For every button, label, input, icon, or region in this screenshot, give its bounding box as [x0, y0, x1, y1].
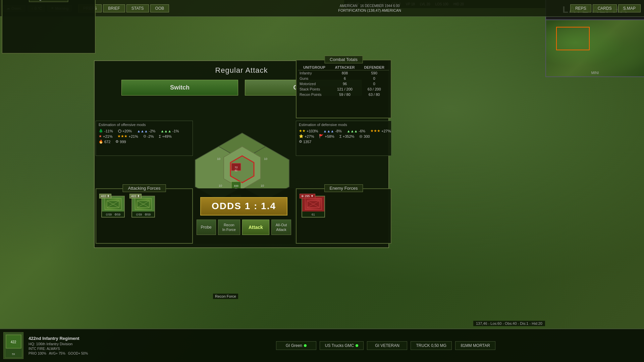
- probe-button[interactable]: Probe: [197, 220, 216, 235]
- row-guns-attacker: 6: [330, 76, 360, 81]
- triangle-icon2: ▲▲▲: [160, 129, 171, 133]
- stars2-icon: ★★: [299, 129, 306, 133]
- col-unitgroup: UNITGROUP: [298, 65, 330, 70]
- allout-attack-button[interactable]: All-Out Attack: [271, 220, 291, 235]
- sum-modifier: Σ +49%: [159, 134, 171, 138]
- star3-def-modifier: ★★★ +27%: [370, 129, 391, 133]
- row-guns-defender: 0: [359, 76, 389, 81]
- smap-button[interactable]: S.MAP: [618, 4, 641, 12]
- boot-value: ⚙ 999: [115, 139, 126, 144]
- gi-green-dot: [304, 344, 307, 347]
- svg-text:72: 72: [235, 166, 238, 169]
- eligible-forces-header: Eligible Forces: [29, 0, 68, 2]
- mortar-value: 81MM MORTAR: [461, 343, 490, 348]
- table-row: Infantry 808 590: [298, 70, 389, 76]
- attacking-units-container: 422 ⬆ ⊙59 ⚙59 422 ⬆: [96, 189, 192, 224]
- tri-def-icon2: ▲▲▲: [347, 129, 358, 133]
- row-recon-defender: 63 / 80: [359, 92, 389, 97]
- row-stack-attacker: 121 / 200: [330, 86, 360, 92]
- attacking-forces-panel: Attacking Forces 422 ⬆ ⊙59 ⚙59 422: [96, 188, 193, 244]
- row-infantry-defender: 590: [359, 70, 389, 76]
- tree-modifier: 🌲 -11%: [99, 129, 113, 133]
- oob-button[interactable]: OOB: [150, 4, 169, 12]
- unit1-portrait: [105, 198, 121, 210]
- tri-def-modifier2: ▲▲▲ -6%: [347, 129, 365, 133]
- circle2-icon: ◎: [359, 134, 363, 138]
- boot2-icon: ⚙: [299, 139, 302, 144]
- svg-text:10: 10: [261, 184, 264, 187]
- recon-in-force-button[interactable]: Recon In Force: [218, 220, 240, 235]
- enemy-unit1-badge: ⊕ 295 ▼: [300, 194, 315, 198]
- odds-panel: ODDS 1 : 1.4 Probe Recon In Force Attack…: [194, 188, 294, 244]
- bottom-center-items: GI Green US Trucks GMC GI VETERAN TRUCK …: [127, 341, 644, 350]
- bottom-bar: 422 59 422nd Infantry Regiment HQ: 106th…: [0, 328, 644, 362]
- unit2-badge: 422 ⬆: [129, 194, 142, 198]
- attacking-unit-2[interactable]: 422 ⬆ ⊙59 ⚙59: [131, 196, 155, 218]
- gi-veteran-label: GI VETERAN: [375, 343, 399, 348]
- attack-button[interactable]: Attack: [242, 220, 269, 235]
- star3-icon: ★★★: [117, 134, 127, 138]
- odds-text: ODDS 1 : 1.4: [212, 201, 276, 212]
- recon-line2: In Force: [222, 228, 236, 232]
- stars2-modifier: ★★ +103%: [299, 129, 318, 133]
- svg-text:59: 59: [12, 353, 15, 356]
- circle2-modifier: ◎ 300: [359, 134, 370, 138]
- truck-mg-value: TRUCK 0,50 MG: [416, 343, 446, 348]
- enemy-forces-header: Enemy Forces: [324, 184, 363, 192]
- estimation-offensive-panel: Estimation of offensive mods 🌲 -11% ◯ +2…: [96, 121, 193, 156]
- secondary-nav: REPS CARDS S.MAP: [567, 4, 644, 12]
- brief-button[interactable]: BRIEF: [103, 4, 125, 12]
- unit1-badge: 422 ⬆: [99, 194, 111, 198]
- minimap-viewport-rect: [556, 27, 590, 50]
- table-row: Recon Points 59 / 80 63 / 80: [298, 92, 389, 97]
- flag-icon: 🚩: [319, 134, 324, 138]
- unit-stat-good: GOOD+ 50%: [68, 352, 88, 355]
- row-stack-defender: 63 / 200: [359, 86, 389, 92]
- estimation-defensive-panel: Estimation of defensive mods ★★ +103% ▲▲…: [296, 121, 391, 156]
- attacking-unit-1[interactable]: 422 ⬆ ⊙59 ⚙59: [101, 196, 125, 218]
- est-offensive-row2: ★ +21% ★★★ +21% ⊙ -2% Σ +49%: [99, 134, 190, 138]
- row-stack-label: Stack Points: [298, 86, 330, 92]
- date-display: AMERICAN 16 DECEMBER 1944 6:00: [172, 4, 567, 8]
- combat-totals-header: Combat Totals: [324, 56, 363, 63]
- sun-modifier: ⊙ -2%: [143, 134, 154, 138]
- unit-name: 422nd Infantry Regiment: [29, 336, 88, 341]
- tree-icon: 🌲: [99, 129, 103, 133]
- row-guns-label: Guns: [298, 76, 330, 81]
- row-motorized-label: Motorized: [298, 81, 330, 86]
- reps-button[interactable]: REPS: [570, 4, 591, 12]
- table-row: Motorized 96 0: [298, 81, 389, 86]
- unit2-image: [132, 196, 154, 212]
- truck-mg-label: TRUCK 0,50 MG: [416, 343, 446, 348]
- fire-icon: ★: [99, 134, 102, 138]
- allout-line2: Attack: [276, 228, 286, 232]
- enemy-forces-panel: Enemy Forces ⊕ 295 ▼ 61: [296, 188, 391, 244]
- unit-details: 422nd Infantry Regiment HQ: 106th Infant…: [27, 336, 88, 355]
- minimap: MINI: [545, 20, 644, 77]
- svg-text:10: 10: [217, 157, 220, 161]
- allout-line1: All-Out: [276, 223, 287, 227]
- unit-stat-avg: AVG+ 75%: [49, 352, 65, 355]
- unit-bottom-stats2: PRIO 100% AVG+ 75% GOOD+ 50%: [29, 352, 88, 355]
- gi-veteran-value: GI VETERAN: [372, 343, 402, 348]
- recon-line1: Recon: [224, 223, 234, 227]
- cards-button[interactable]: CARDS: [593, 4, 617, 12]
- row-motorized-defender: 0: [359, 81, 389, 86]
- attack-options: Probe Recon In Force Attack All-Out Atta…: [197, 220, 291, 235]
- enemy-unit1-stat: 61: [312, 213, 315, 216]
- unit-portrait: 422 59: [3, 332, 23, 359]
- unit-hq: HQ: 106th Infantry Division: [29, 342, 88, 346]
- recon-force-label: Recon Force: [213, 294, 238, 299]
- row-recon-label: Recon Points: [298, 92, 330, 97]
- circle-icon: ◯: [118, 129, 121, 133]
- odds-display-box: ODDS 1 : 1.4: [200, 197, 287, 216]
- stats-button[interactable]: STATS: [126, 4, 149, 12]
- star2-def-icon: ⭐: [299, 134, 304, 138]
- unit2-stat2: ⚙59: [145, 213, 151, 216]
- gi-green-label: GI Green: [286, 343, 302, 348]
- gi-green-item: GI Green: [276, 341, 316, 350]
- svg-text:61: 61: [235, 169, 237, 172]
- row-infantry-attacker: 808: [330, 70, 360, 76]
- enemy-unit-1[interactable]: ⊕ 295 ▼ 61: [302, 196, 325, 218]
- unit-info: 422 59 422nd Infantry Regiment HQ: 106th…: [0, 330, 127, 361]
